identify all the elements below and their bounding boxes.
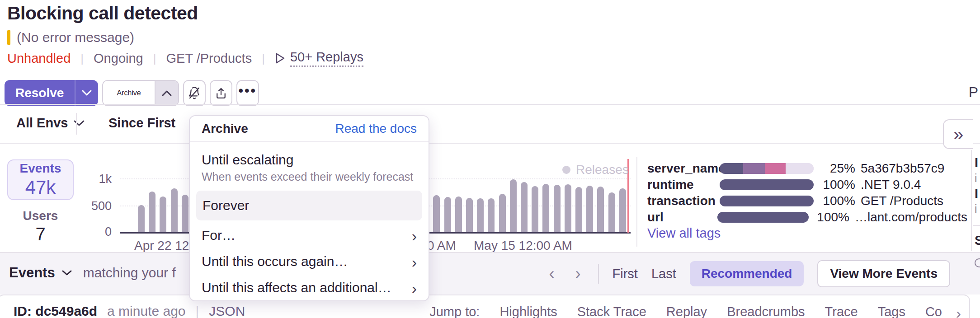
x-axis-tick-fragment: 0 AM <box>427 238 456 253</box>
chart-bar <box>619 188 626 233</box>
tag-value: …lant.com/products <box>855 210 967 224</box>
event-card: ID: dc549a6d a minute ago | JSON Jump to… <box>0 295 970 318</box>
events-section-title: Events <box>9 265 55 281</box>
pagination-divider <box>598 264 599 284</box>
chart-bar <box>138 205 145 233</box>
events-section-header: Events matching your f ‹ › First Last Re… <box>0 253 980 295</box>
chart-bar <box>444 197 451 233</box>
tag-bar-segment <box>720 163 743 174</box>
tag-key: server_name <box>647 161 720 176</box>
tag-row[interactable]: transaction100%GET /Products <box>647 194 967 208</box>
jump-to-link-stack-trace[interactable]: Stack Trace <box>577 304 646 318</box>
archive-menu-header: Archive Read the docs <box>190 116 429 142</box>
recommended-event-toggle[interactable]: Recommended <box>690 261 804 286</box>
jump-to-link-co[interactable]: Co <box>925 304 942 318</box>
sidebar-subdivider <box>973 225 980 226</box>
archive-menu-items: Until escalatingWhen events exceed their… <box>190 142 429 301</box>
view-more-events-button[interactable]: View More Events <box>817 260 950 287</box>
menu-item-label: Until escalating <box>202 152 417 168</box>
previous-event-button[interactable]: ‹ <box>546 264 558 283</box>
sidebar-divider <box>971 150 972 251</box>
scroll-right-icon[interactable]: › <box>956 304 961 318</box>
chart-bar <box>554 185 561 233</box>
chart-bar <box>565 184 571 233</box>
jump-to-link-tags[interactable]: Tags <box>878 304 905 318</box>
jump-to-label: Jump to: <box>429 304 480 318</box>
first-event-button[interactable]: First <box>612 267 638 281</box>
chart-bar <box>499 194 506 233</box>
chart-bar <box>182 195 188 233</box>
jump-to-link-trace[interactable]: Trace <box>825 304 858 318</box>
tag-bar-segment <box>743 163 765 174</box>
tag-row[interactable]: runtime100%.NET 9.0.4 <box>647 178 967 192</box>
chart-bar <box>149 192 155 233</box>
sidebar-text-fragment: i <box>975 172 977 185</box>
double-chevron-right-icon: » <box>953 124 963 145</box>
archive-dropdown-menu: Archive Read the docs Until escalatingWh… <box>189 115 429 301</box>
tag-key: url <box>647 210 717 224</box>
tag-key: transaction <box>647 194 720 208</box>
sidebar-text-fragment: I <box>975 155 978 170</box>
sidebar-text-fragment: i <box>975 202 977 215</box>
tag-row[interactable]: url100%…lant.com/products <box>647 210 967 224</box>
archive-menu-item[interactable]: Until this occurs again…› <box>190 248 429 275</box>
tag-row[interactable]: server_name25%5a367b3b57c9 <box>647 162 967 175</box>
chart-bar <box>575 187 582 233</box>
issue-details-page: Blocking call detected (No error message… <box>0 0 980 318</box>
menu-item-label: For… <box>202 228 417 243</box>
event-timestamp: a minute ago <box>107 304 185 318</box>
archive-menu-item[interactable]: Until escalatingWhen events exceed their… <box>190 147 429 189</box>
archive-menu-item[interactable]: For…› <box>190 222 429 248</box>
tag-percent: 100% <box>812 210 849 224</box>
tag-value: GET /Products <box>861 194 943 208</box>
tag-distribution-bar <box>717 212 809 223</box>
sidebar-text-fragment: I <box>975 186 978 201</box>
last-event-button[interactable]: Last <box>651 267 676 281</box>
json-link[interactable]: JSON <box>209 304 245 318</box>
releases-legend[interactable]: Releases <box>562 163 629 177</box>
x-axis-tick-may15: May 15 12:00 AM <box>474 238 572 253</box>
sidebar-text-fragment: S <box>975 233 980 248</box>
jump-to-link-replay[interactable]: Replay <box>666 304 707 318</box>
archive-menu-title: Archive <box>202 122 248 136</box>
menu-item-label: Forever <box>203 198 416 213</box>
legend-label: Releases <box>576 163 629 177</box>
events-section-subtitle: matching your f <box>83 265 176 281</box>
tag-bar-segment <box>717 212 809 223</box>
tag-value: .NET 9.0.4 <box>861 178 921 192</box>
chart-bar <box>466 198 473 233</box>
archive-menu-item[interactable]: Forever <box>196 191 422 220</box>
events-dropdown[interactable]: Events matching your f <box>9 265 176 281</box>
jump-to-link-highlights[interactable]: Highlights <box>499 304 557 318</box>
tag-percent: 100% <box>817 194 855 208</box>
chart-bar <box>455 196 462 233</box>
chart-bar <box>160 196 166 233</box>
view-all-tags-link[interactable]: View all tags <box>647 226 721 241</box>
tag-bar-segment <box>720 196 814 206</box>
chart-bar <box>608 192 615 233</box>
chevron-right-icon: › <box>412 227 417 245</box>
archive-menu-item[interactable]: Until this affects an additional…› <box>190 275 429 301</box>
event-id: ID: dc549a6d <box>14 304 97 318</box>
chart-bar <box>433 195 440 233</box>
events-pagination-controls: ‹ › First Last Recommended View More Eve… <box>546 260 951 287</box>
collapse-sidebar-button[interactable]: » <box>943 119 973 149</box>
legend-dot-icon <box>562 166 570 174</box>
jump-to-nav: Jump to:HighlightsStack TraceReplayBread… <box>429 304 942 318</box>
tag-distribution-bar <box>720 196 814 206</box>
tag-distribution-bar <box>720 163 814 174</box>
read-the-docs-link[interactable]: Read the docs <box>335 122 417 136</box>
chart-bar <box>477 198 484 233</box>
x-axis-tick-apr22: Apr 22 12: <box>134 238 193 253</box>
tag-key: runtime <box>647 178 720 192</box>
chevron-right-icon: › <box>412 280 417 297</box>
card-separator: | <box>196 304 199 318</box>
chart-bar <box>542 184 549 233</box>
menu-item-description: When events exceed their weekly forecast <box>202 170 417 183</box>
next-event-button[interactable]: › <box>572 264 584 283</box>
chevron-right-icon: › <box>412 253 417 271</box>
menu-item-label: Until this occurs again… <box>202 254 417 269</box>
jump-to-link-breadcrumbs[interactable]: Breadcrumbs <box>727 304 805 318</box>
chart-bar <box>597 187 604 233</box>
chart-bar <box>510 179 517 233</box>
